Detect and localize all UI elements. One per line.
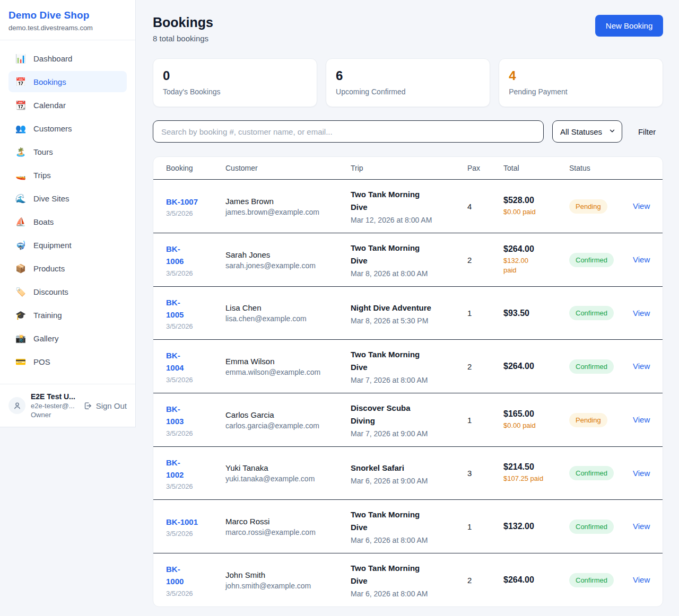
- actions-cell: View: [633, 201, 650, 211]
- trip-datetime: Mar 7, 2026 at 9:00 AM: [351, 429, 467, 438]
- booking-id-link[interactable]: BK-1006: [166, 243, 225, 268]
- sidebar-item-boats[interactable]: ⛵ Boats: [8, 211, 127, 232]
- trip-name: Snorkel Safari: [351, 462, 467, 474]
- customer-name: John Smith: [225, 570, 351, 579]
- sidebar-nav: 📊 Dashboard 📅 Bookings 📆 Calendar 👥 Cust…: [0, 40, 135, 380]
- booking-date: 3/5/2026: [166, 482, 225, 490]
- customer-email: lisa.chen@example.com: [225, 314, 351, 323]
- customer-name: Emma Wilson: [225, 357, 351, 366]
- sidebar-item-icon: 🚤: [15, 170, 27, 180]
- sidebar-header: Demo Dive Shop demo.test.divestreams.com: [0, 0, 135, 40]
- status-cell: Confirmed: [569, 466, 633, 480]
- booking-id-link[interactable]: BK-1001: [166, 516, 225, 528]
- sidebar-item-tours[interactable]: 🏝️ Tours: [8, 141, 127, 162]
- status-badge: Confirmed: [569, 520, 614, 534]
- booking-date: 3/5/2026: [166, 376, 225, 384]
- stat-value: 6: [336, 69, 480, 83]
- sidebar-item-label: Customers: [33, 124, 72, 133]
- sidebar-item-label: Training: [33, 311, 62, 320]
- new-booking-button[interactable]: New Booking: [595, 15, 663, 37]
- filter-row: All Statuses Filter: [153, 120, 663, 143]
- pax-count: 3: [467, 469, 503, 478]
- customer-email: john.smith@example.com: [225, 582, 351, 590]
- total-amount: $264.00: [503, 575, 569, 585]
- sidebar-item-trips[interactable]: 🚤 Trips: [8, 164, 127, 186]
- total-cell: $132.00: [503, 522, 569, 531]
- sidebar-item-customers[interactable]: 👥 Customers: [8, 118, 127, 139]
- actions-cell: View: [633, 255, 650, 265]
- table-row: BK-1005 3/5/2026 Lisa Chen lisa.chen@exa…: [153, 287, 663, 340]
- view-link[interactable]: View: [633, 415, 650, 424]
- total-amount: $264.00: [503, 244, 569, 254]
- search-input[interactable]: [153, 120, 544, 143]
- user-email: e2e-tester@...: [31, 402, 78, 410]
- customer-name: Sarah Jones: [225, 250, 351, 259]
- customer-email: emma.wilson@example.com: [225, 368, 351, 376]
- user-role: Owner: [31, 411, 78, 419]
- view-link[interactable]: View: [633, 575, 650, 584]
- trip-name: Two Tank MorningDive: [351, 562, 467, 587]
- booking-date: 3/5/2026: [166, 589, 225, 597]
- trip-name: Two Tank MorningDive: [351, 242, 467, 267]
- view-link[interactable]: View: [633, 309, 650, 318]
- sidebar-item-label: Calendar: [33, 101, 66, 110]
- booking-cell: BK-1004 3/5/2026: [166, 349, 225, 384]
- sidebar-item-icon: ⛵: [15, 217, 27, 227]
- booking-id-link[interactable]: BK-1007: [166, 196, 225, 208]
- customer-name: James Brown: [225, 197, 351, 206]
- sidebar-item-label: Gallery: [33, 334, 59, 343]
- booking-id-link[interactable]: BK-1004: [166, 349, 225, 374]
- customer-email: yuki.tanaka@example.com: [225, 474, 351, 483]
- status-filter-select[interactable]: All Statuses: [552, 120, 622, 143]
- sidebar-user-section: E2E Test U... e2e-tester@... Owner Sign …: [0, 384, 135, 427]
- view-link[interactable]: View: [633, 362, 650, 371]
- booking-id-link[interactable]: BK-1000: [166, 563, 225, 588]
- sidebar-item-dashboard[interactable]: 📊 Dashboard: [8, 48, 127, 69]
- sign-out-button[interactable]: Sign Out: [83, 401, 127, 410]
- total-amount: $165.00: [503, 409, 569, 419]
- view-link[interactable]: View: [633, 201, 650, 210]
- actions-cell: View: [633, 469, 650, 478]
- stat-card-todays-bookings: 0 Today's Bookings: [153, 58, 317, 107]
- sidebar-item-discounts[interactable]: 🏷️ Discounts: [8, 281, 127, 302]
- status-cell: Confirmed: [569, 359, 633, 374]
- booking-date: 3/5/2026: [166, 322, 225, 330]
- sidebar-item-label: Dashboard: [33, 54, 72, 63]
- filter-button[interactable]: Filter: [631, 127, 663, 136]
- sidebar-item-pos[interactable]: 💳 POS: [8, 351, 127, 372]
- booking-id-link[interactable]: BK-1003: [166, 403, 225, 428]
- booking-id-link[interactable]: BK-1002: [166, 456, 225, 481]
- sidebar-item-dive-sites[interactable]: 🌊 Dive Sites: [8, 188, 127, 209]
- customer-email: carlos.garcia@example.com: [225, 421, 351, 430]
- page-subtitle: 8 total bookings: [153, 34, 213, 43]
- column-header-booking: Booking: [166, 164, 225, 172]
- customer-name: Marco Rossi: [225, 517, 351, 526]
- view-link[interactable]: View: [633, 469, 650, 478]
- sidebar-item-bookings[interactable]: 📅 Bookings: [8, 71, 127, 92]
- view-link[interactable]: View: [633, 522, 650, 531]
- sidebar-item-label: Boats: [33, 217, 54, 226]
- sidebar-item-label: Products: [33, 264, 65, 273]
- paid-amount: $0.00 paid: [503, 421, 569, 431]
- sidebar-item-training[interactable]: 🎓 Training: [8, 304, 127, 325]
- stat-value: 4: [509, 69, 653, 83]
- column-header-customer: Customer: [225, 164, 351, 172]
- status-cell: Confirmed: [569, 306, 633, 320]
- sidebar-item-calendar[interactable]: 📆 Calendar: [8, 94, 127, 116]
- sidebar-item-products[interactable]: 📦 Products: [8, 258, 127, 279]
- booking-cell: BK-1006 3/5/2026: [166, 243, 225, 277]
- column-header-pax: Pax: [467, 164, 503, 172]
- total-cell: $528.00 $0.00 paid: [503, 196, 569, 217]
- sidebar: Demo Dive Shop demo.test.divestreams.com…: [0, 0, 136, 427]
- sidebar-item-equipment[interactable]: 🤿 Equipment: [8, 234, 127, 256]
- customer-name: Lisa Chen: [225, 303, 351, 312]
- view-link[interactable]: View: [633, 255, 650, 264]
- trip-datetime: Mar 6, 2026 at 9:00 AM: [351, 477, 467, 485]
- trip-datetime: Mar 6, 2026 at 8:00 AM: [351, 589, 467, 598]
- booking-date: 3/5/2026: [166, 429, 225, 437]
- booking-id-link[interactable]: BK-1005: [166, 296, 225, 321]
- sidebar-item-gallery[interactable]: 📸 Gallery: [8, 328, 127, 349]
- trip-cell: Two Tank MorningDive Mar 6, 2026 at 8:00…: [351, 562, 467, 598]
- booking-cell: BK-1007 3/5/2026: [166, 196, 225, 217]
- paid-amount: $107.25 paid: [503, 474, 569, 484]
